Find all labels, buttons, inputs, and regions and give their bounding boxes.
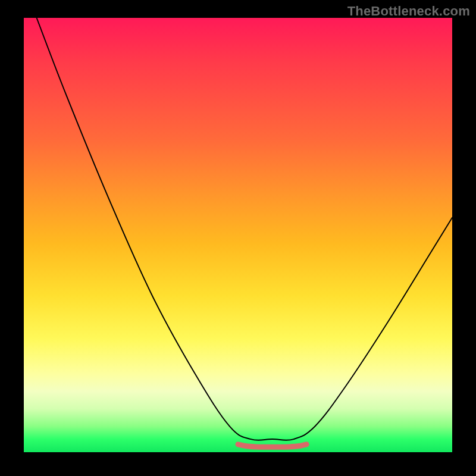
curve-layer: [24, 18, 452, 452]
chart-frame: TheBottleneck.com: [0, 0, 476, 476]
watermark-text: TheBottleneck.com: [347, 4, 470, 19]
bottom-band: [238, 444, 306, 447]
main-curve: [37, 18, 452, 440]
plot-area: [24, 18, 452, 452]
